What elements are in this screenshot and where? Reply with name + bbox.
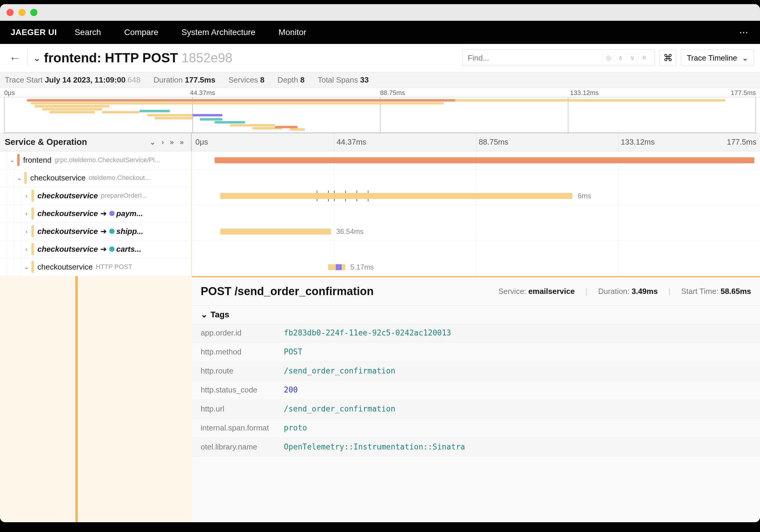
window-zoom-icon[interactable]	[30, 9, 37, 16]
timeline-column-header: Service & Operation ⌄ › » » 0μs 44.37ms …	[0, 133, 760, 151]
span-tree-row[interactable]: ›checkoutservice➔paym...	[0, 205, 191, 223]
span-duration-text: 6ms	[578, 192, 591, 200]
find-target-icon[interactable]: ◎	[602, 52, 614, 64]
span-tree-row[interactable]: ⌄frontendgrpc.oteldemo.CheckoutService/P…	[0, 151, 191, 169]
tag-row[interactable]: otel.library.nameOpenTelemetry::Instrume…	[192, 438, 760, 457]
span-bar-row[interactable]: 6ms	[192, 187, 760, 205]
tag-row[interactable]: http.status_code200	[192, 381, 760, 400]
tag-value: POST	[284, 347, 303, 356]
span-service-name: checkoutservice	[37, 227, 98, 236]
detail-duration: Duration: 3.49ms	[598, 287, 658, 296]
tags-section-toggle[interactable]: ⌄ Tags	[192, 306, 760, 323]
stat-duration: Duration 177.5ms	[154, 75, 215, 85]
minimap-span	[455, 99, 726, 102]
tag-value: proto	[284, 423, 307, 432]
expand-one-icon[interactable]: ⌄	[150, 138, 156, 146]
span-service-name: checkoutservice	[37, 245, 98, 254]
find-clear-icon[interactable]: ✕	[638, 52, 650, 64]
minimap-span	[34, 105, 110, 108]
service-color-chip	[31, 225, 34, 237]
span-duration-bar	[220, 193, 573, 199]
service-dot-icon	[109, 211, 115, 216]
tag-row[interactable]: app.order.idfb283db0-224f-11ee-92c5-0242…	[192, 323, 760, 343]
find-prev-icon[interactable]: ∧	[614, 52, 626, 64]
span-tree-row[interactable]: ›checkoutserviceprepareOrderI...	[0, 187, 191, 205]
span-duration-text: 36.54ms	[336, 227, 364, 236]
span-tree-row[interactable]: ⌄checkoutserviceoteldemo.Checkout...	[0, 169, 191, 187]
window-minimize-icon[interactable]	[19, 9, 25, 16]
collapse-trace-icon[interactable]: ⌄	[33, 52, 41, 64]
span-tree-row[interactable]: ⌄checkoutserviceHTTP POST	[0, 258, 191, 276]
service-color-chip	[17, 154, 20, 166]
span-bar-row[interactable]: ms	[192, 151, 760, 169]
nav-system-architecture[interactable]: System Architecture	[181, 27, 255, 37]
service-operation-header: Service & Operation ⌄ › » »	[0, 133, 192, 151]
window-titlebar	[0, 4, 760, 21]
detail-left-highlight	[0, 276, 192, 522]
service-dot-icon	[109, 229, 115, 234]
span-bar-row[interactable]: 5.17ms	[192, 258, 760, 276]
chevron-right-icon[interactable]: ›	[22, 228, 31, 235]
linked-service-name: shipp...	[117, 227, 143, 236]
span-duration-text: 5.17ms	[350, 263, 374, 271]
tags-list: app.order.idfb283db0-224f-11ee-92c5-0242…	[192, 323, 760, 457]
tag-key: app.order.id	[201, 328, 284, 338]
minimap-span	[290, 128, 305, 131]
linked-service-name: carts...	[117, 245, 141, 254]
span-operation-name: grpc.oteldemo.CheckoutService/Pl...	[54, 156, 160, 164]
linked-service-name: paym...	[117, 209, 143, 218]
span-service-name: checkoutservice	[37, 209, 98, 218]
back-button[interactable]: ←	[6, 51, 24, 65]
expand-all-icon[interactable]: »	[170, 138, 174, 146]
span-duration-bar	[328, 264, 345, 270]
trace-minimap[interactable]	[4, 97, 756, 133]
chevron-right-icon[interactable]: ›	[22, 246, 31, 253]
nav-more-icon[interactable]: ⋯	[739, 27, 749, 37]
span-detail-panel: POST /send_order_confirmation Service: e…	[192, 276, 760, 522]
tag-row[interactable]: http.route/send_order_confirmation	[192, 362, 760, 381]
keyboard-shortcut-button[interactable]: ⌘	[660, 50, 676, 66]
tag-row[interactable]: internal.span.formatproto	[192, 418, 760, 438]
collapse-one-icon[interactable]: ›	[162, 138, 164, 146]
span-duration-bar	[220, 229, 331, 234]
minimap-span	[155, 117, 192, 119]
arrow-right-icon: ➔	[100, 227, 107, 236]
minimap-span	[214, 121, 245, 123]
span-operation-name: prepareOrderI...	[101, 192, 148, 200]
nav-search[interactable]: Search	[74, 27, 101, 37]
chevron-down-icon[interactable]: ⌄	[7, 157, 17, 164]
trace-stats: Trace Start July 14 2023, 11:09:00.648 D…	[0, 73, 760, 88]
stat-services: Services 8	[228, 75, 264, 85]
tag-key: http.url	[201, 404, 284, 413]
tag-value: fb283db0-224f-11ee-92c5-0242ac120013	[284, 328, 451, 337]
tag-value: 200	[284, 385, 298, 394]
find-input[interactable]	[468, 53, 602, 63]
nav-monitor[interactable]: Monitor	[278, 27, 306, 37]
window-close-icon[interactable]	[7, 9, 14, 16]
chevron-down-icon[interactable]: ⌄	[14, 174, 24, 181]
tag-value: /send_order_confirmation	[284, 404, 396, 413]
nav-compare[interactable]: Compare	[124, 27, 158, 37]
find-next-icon[interactable]: ∨	[626, 52, 638, 64]
minimap-span	[27, 99, 478, 102]
minimap-span	[192, 114, 222, 117]
chevron-right-icon[interactable]: ›	[22, 192, 31, 199]
span-tree-row[interactable]: ›checkoutservice➔carts...	[0, 240, 191, 258]
tag-row[interactable]: http.url/send_order_confirmation	[192, 400, 760, 418]
span-service-name: checkoutservice	[30, 173, 85, 183]
tag-row[interactable]: http.methodPOST	[192, 343, 760, 362]
chevron-right-icon[interactable]: ›	[22, 210, 31, 217]
span-tree-row[interactable]: ›checkoutservice➔shipp...	[0, 223, 191, 240]
trace-operation-name: HTTP POST	[105, 50, 178, 65]
stat-total-spans: Total Spans 33	[318, 75, 369, 85]
span-bar-row[interactable]: 36.54ms	[192, 223, 760, 240]
app-window: JAEGER UI Search Compare System Architec…	[0, 4, 760, 522]
find-box: ◎ ∧ ∨ ✕	[462, 50, 655, 66]
detail-header: POST /send_order_confirmation Service: e…	[192, 277, 760, 306]
tag-value: OpenTelemetry::Instrumentation::Sinatra	[284, 442, 465, 451]
chevron-down-icon[interactable]: ⌄	[22, 263, 31, 270]
span-service-name: checkoutservice	[37, 263, 93, 272]
collapse-all-icon[interactable]: »	[180, 138, 184, 146]
service-color-chip	[24, 172, 27, 184]
view-mode-dropdown[interactable]: Trace Timeline ⌄	[681, 50, 754, 66]
